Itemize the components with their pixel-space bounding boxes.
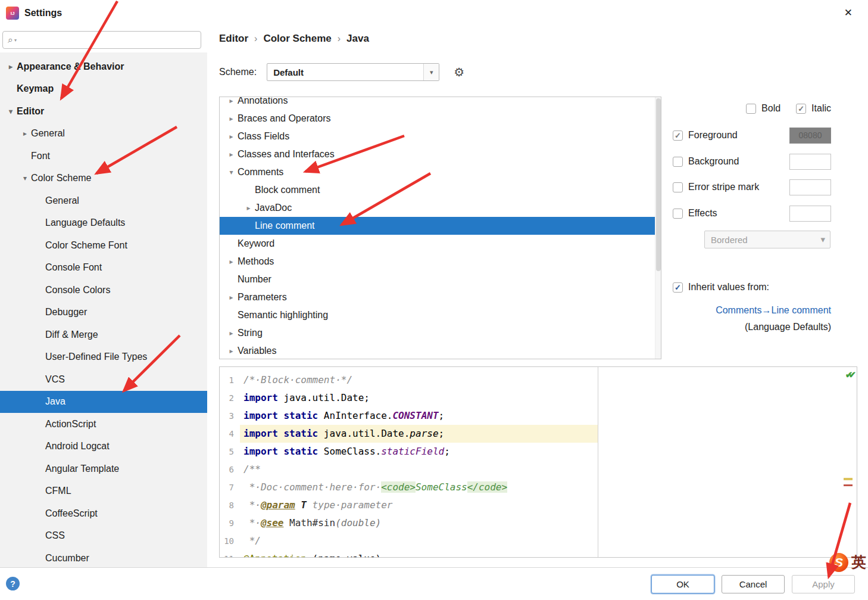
sidebar-item-css[interactable]: CSS (0, 525, 207, 548)
background-checkbox[interactable]: ✓ (673, 157, 683, 167)
element-item-class-fields[interactable]: ▸Class Fields (220, 128, 661, 145)
help-icon[interactable]: ? (6, 577, 20, 590)
element-item-annotations[interactable]: ▸Annotations (220, 97, 661, 110)
sidebar-item-editor[interactable]: ▾Editor (0, 100, 207, 123)
code-line-1[interactable]: 1/*·Block·comment·*/ (220, 371, 857, 389)
chevron-right-icon[interactable]: ▸ (225, 114, 238, 123)
effects-style-select[interactable]: Bordered ▾ (704, 231, 830, 248)
foreground-color-field[interactable]: 08080 (789, 128, 831, 144)
chevron-right-icon[interactable]: ▸ (242, 204, 255, 212)
gear-icon[interactable]: ⚙ (454, 65, 464, 79)
scheme-select[interactable]: Default ▾ (267, 63, 439, 81)
apply-button[interactable]: Apply (792, 575, 855, 593)
sidebar-item-appearance-behavior[interactable]: ▸Appearance & Behavior (0, 55, 207, 78)
chevron-down-icon[interactable]: ▾ (225, 168, 238, 176)
element-item-braces-and-operators[interactable]: ▸Braces and Operators (220, 110, 661, 128)
code-line-7[interactable]: 7 *·Doc·comment·here·for·<code>SomeClass… (220, 478, 857, 496)
chevron-right-icon[interactable]: ▸ (225, 97, 238, 105)
sidebar-item-general[interactable]: General (0, 189, 207, 212)
close-icon[interactable]: ✕ (844, 7, 853, 19)
code-line-11[interactable]: 11@Annotation (name=value) (220, 550, 857, 558)
breadcrumb-color-scheme[interactable]: Color Scheme (263, 33, 331, 45)
inherit-link[interactable]: Comments→Line comment (716, 305, 831, 316)
sidebar-item-keymap[interactable]: Keymap (0, 78, 207, 101)
sidebar-item-user-defined-file-types[interactable]: User-Defined File Types (0, 346, 207, 369)
scrollbar-thumb[interactable] (656, 98, 661, 271)
effects-checkbox[interactable]: ✓ (673, 209, 683, 219)
warning-stripe-mark[interactable] (844, 478, 853, 480)
element-item-comments[interactable]: ▾Comments (220, 163, 661, 181)
sidebar-item-color-scheme-font[interactable]: Color Scheme Font (0, 234, 207, 257)
sidebar-item-cucumber[interactable]: Cucumber (0, 547, 207, 567)
sidebar-item-font[interactable]: Font (0, 145, 207, 167)
sidebar-item-android-logcat[interactable]: Android Logcat (0, 436, 207, 458)
sidebar-item-angular-template[interactable]: Angular Template (0, 458, 207, 480)
code-line-6[interactable]: 6/** (220, 461, 857, 478)
element-item-block-comment[interactable]: Block comment (220, 181, 661, 199)
sidebar-item-color-scheme[interactable]: ▾Color Scheme (0, 167, 207, 190)
preview-editor: 1/*·Block·comment·*/2import java.util.Da… (219, 366, 857, 558)
code-line-9[interactable]: 9 *·@see Math#sin(double) (220, 514, 857, 532)
scheme-row: Scheme: Default ▾ ⚙ (219, 63, 464, 81)
bold-checkbox[interactable]: ✓ (746, 104, 756, 114)
element-item-semantic-highlighting[interactable]: Semantic highlighting (220, 306, 661, 324)
error-stripe-mark-checkbox[interactable]: ✓ (673, 182, 683, 192)
element-item-string[interactable]: ▸String (220, 324, 661, 342)
element-item-number[interactable]: Number (220, 271, 661, 288)
chevron-down-icon[interactable]: ▾ (5, 107, 17, 116)
ime-indicator[interactable]: S 英 (829, 552, 866, 572)
element-item-line-comment[interactable]: Line comment (220, 217, 661, 235)
sidebar-item-language-defaults[interactable]: Language Defaults (0, 212, 207, 235)
sidebar-item-console-colors[interactable]: Console Colors (0, 279, 207, 301)
sidebar-item-debugger[interactable]: Debugger (0, 301, 207, 324)
chevron-right-icon[interactable]: ▸ (19, 129, 31, 138)
sidebar-item-general[interactable]: ▸General (0, 123, 207, 145)
element-item-label: Keyword (238, 238, 274, 249)
ok-button[interactable]: OK (651, 575, 714, 593)
element-item-methods[interactable]: ▸Methods (220, 253, 661, 271)
breadcrumb-editor[interactable]: Editor (219, 33, 248, 45)
cancel-button[interactable]: Cancel (722, 575, 785, 593)
sidebar-item-coffeescript[interactable]: CoffeeScript (0, 502, 207, 525)
element-item-variables[interactable]: ▸Variables (220, 342, 661, 359)
breadcrumb-java[interactable]: Java (346, 33, 369, 45)
code-line-3[interactable]: 3import static AnInterface.CONSTANT; (220, 407, 857, 425)
sidebar-item-vcs[interactable]: VCS (0, 368, 207, 391)
code-line-2[interactable]: 2import java.util.Date; (220, 389, 857, 407)
inspection-ok-icon[interactable]: ✔✔ (845, 369, 852, 380)
chevron-down-icon[interactable]: ▾ (19, 174, 31, 182)
element-item-label: Number (238, 274, 271, 285)
code-line-8[interactable]: 8 *·@param T type·parameter (220, 496, 857, 514)
sidebar-item-actionscript[interactable]: ActionScript (0, 413, 207, 436)
scrollbar[interactable] (655, 97, 661, 359)
chevron-right-icon[interactable]: ▸ (225, 257, 238, 266)
sidebar-item-label: VCS (45, 374, 65, 385)
sidebar-item-java[interactable]: Java (0, 391, 207, 414)
error-stripe-mark-color-field[interactable] (789, 179, 831, 195)
background-color-field[interactable] (789, 154, 831, 170)
code-line-10[interactable]: 10 */ (220, 532, 857, 550)
italic-checkbox[interactable]: ✓ (796, 104, 806, 114)
sidebar-item-cfml[interactable]: CFML (0, 480, 207, 503)
foreground-checkbox[interactable]: ✓ (673, 130, 683, 141)
code-line-5[interactable]: 5import static SomeClass.staticField; (220, 443, 857, 461)
effects-color-field[interactable] (789, 206, 831, 222)
sidebar-item-console-font[interactable]: Console Font (0, 257, 207, 279)
element-item-classes-and-interfaces[interactable]: ▸Classes and Interfaces (220, 145, 661, 163)
chevron-right-icon[interactable]: ▸ (225, 132, 238, 141)
settings-tree: ▸Appearance & BehaviorKeymap▾Editor▸Gene… (0, 52, 207, 567)
chevron-right-icon[interactable]: ▸ (225, 293, 238, 301)
chevron-right-icon[interactable]: ▸ (5, 63, 17, 71)
element-item-parameters[interactable]: ▸Parameters (220, 288, 661, 306)
sidebar-item-diff-merge[interactable]: Diff & Merge (0, 324, 207, 346)
chevron-right-icon[interactable]: ▸ (225, 150, 238, 158)
error-stripe-mark[interactable] (844, 484, 853, 486)
search-input[interactable]: ⌕ ▾ (2, 31, 201, 49)
inherit-checkbox[interactable]: ✓ (673, 282, 683, 293)
sogou-icon: S (829, 553, 848, 572)
chevron-right-icon[interactable]: ▸ (225, 347, 238, 355)
element-item-javadoc[interactable]: ▸JavaDoc (220, 199, 661, 217)
element-item-keyword[interactable]: Keyword (220, 235, 661, 253)
chevron-right-icon[interactable]: ▸ (225, 329, 238, 337)
code-line-4[interactable]: 4import static java.util.Date.parse; (220, 425, 857, 443)
